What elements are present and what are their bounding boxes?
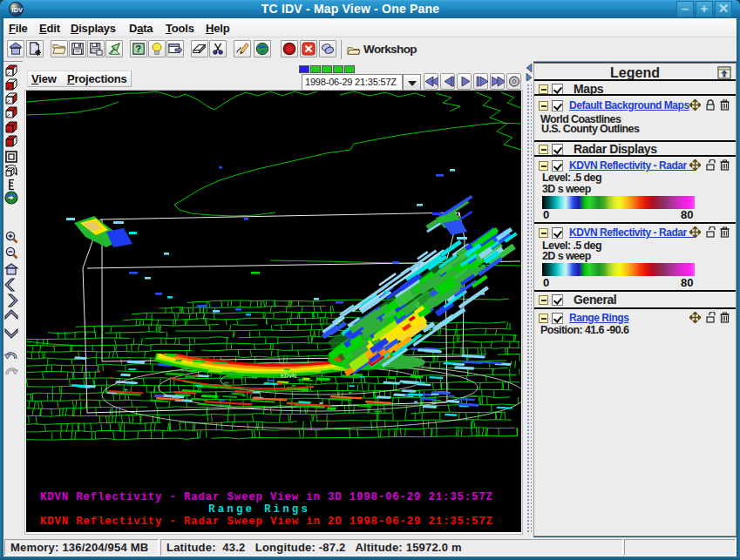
svg-text:?: ?: [135, 44, 141, 54]
svg-text:Range Rings: Range Rings: [208, 503, 308, 516]
svg-text:KDVN Reflectivity - Radar Swee: KDVN Reflectivity - Radar Sweep View in …: [40, 491, 492, 503]
svg-text:KDVN Reflectivity - Radar Swee: KDVN Reflectivity - Radar Sweep View in …: [40, 516, 492, 528]
svg-text:KDVN: KDVN: [281, 373, 296, 379]
